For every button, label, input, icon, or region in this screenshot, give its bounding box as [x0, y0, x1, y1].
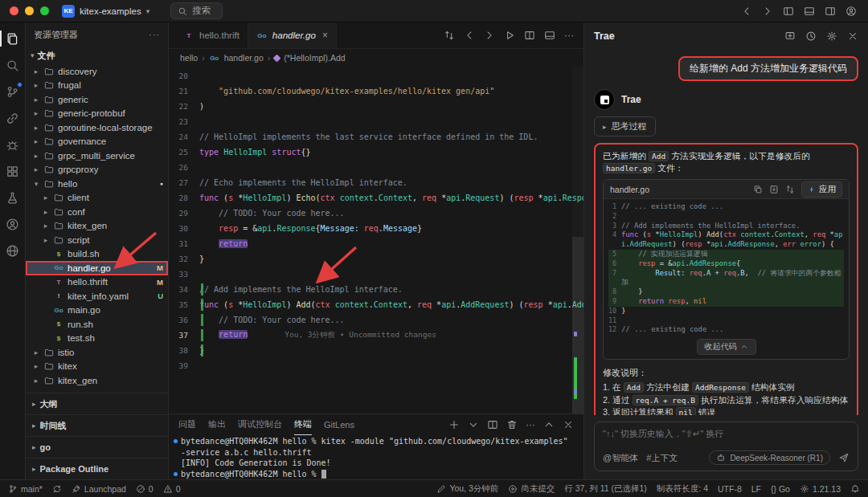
collapse-code-button[interactable]: 收起代码	[697, 339, 756, 355]
section-Package Outline[interactable]: ▸Package Outline	[26, 458, 168, 479]
zoom-window-button[interactable]	[40, 6, 49, 15]
code-editor[interactable]: 2021 "github.com/cloudwego/kitex-example…	[169, 67, 583, 413]
minimize-window-button[interactable]	[25, 6, 34, 15]
status-eol[interactable]: LF	[751, 484, 761, 494]
model-selector[interactable]: DeepSeek-Reasoner (R1)	[709, 450, 830, 465]
tree-item-hello[interactable]: ▾hello●	[26, 177, 168, 191]
history-back-icon[interactable]	[741, 6, 752, 17]
status-encoding[interactable]: UTF-8	[718, 484, 742, 494]
split-editor-icon[interactable]	[524, 30, 535, 41]
settings-icon[interactable]	[826, 31, 837, 42]
more-actions-icon[interactable]: ···	[564, 30, 574, 41]
more-actions-icon[interactable]: ···	[149, 30, 160, 39]
insert-icon[interactable]	[769, 185, 779, 194]
terminal[interactable]: bytedance@HTQ0HK462M hello % kitex -modu…	[169, 435, 583, 479]
split-terminal-icon[interactable]	[487, 419, 498, 430]
tree-item-main.go[interactable]: Gomain.go	[26, 303, 168, 318]
panel-tab-问题[interactable]: 问题	[178, 414, 196, 435]
status-language[interactable]: {} Go	[771, 484, 790, 494]
open-changes-icon[interactable]	[444, 30, 455, 41]
status-warnings[interactable]: 0	[163, 484, 181, 494]
terminal-picker-icon[interactable]	[468, 419, 479, 430]
tree-item-kitex_gen[interactable]: ▸kitex_gen	[26, 219, 168, 234]
more-icon[interactable]: ···	[526, 419, 535, 430]
section-大纲[interactable]: ▸大纲	[26, 393, 168, 414]
send-icon[interactable]	[838, 452, 850, 463]
status-notifications[interactable]	[850, 484, 860, 494]
activity-remote[interactable]	[3, 241, 23, 260]
status-indent[interactable]: 制表符长度: 4	[657, 483, 708, 495]
activity-testing[interactable]	[3, 188, 23, 207]
toggle-sidebar-icon[interactable]	[783, 6, 794, 17]
status-cursor-position[interactable]: 行 37, 列 11 (已选择1)	[564, 483, 647, 495]
activity-search[interactable]	[3, 55, 23, 75]
panel-tab-输出[interactable]: 输出	[208, 414, 226, 435]
panel-tab-调试控制台[interactable]: 调试控制台	[238, 414, 282, 435]
tree-item-build.sh[interactable]: $build.sh	[26, 247, 168, 262]
breadcrumb-item[interactable]: (*HelloImpl).Add	[284, 53, 345, 63]
breadcrumb-item[interactable]: handler.go	[224, 53, 264, 63]
activity-extensions[interactable]	[3, 161, 23, 181]
new-terminal-icon[interactable]	[448, 419, 460, 430]
tree-item-grpc_multi_service[interactable]: ▸grpc_multi_service	[26, 149, 168, 163]
tree-item-kitex_gen[interactable]: ▸kitex_gen	[26, 373, 168, 388]
tree-item-goroutine-local-storage[interactable]: ▸goroutine-local-storage	[26, 120, 168, 135]
activity-run-debug[interactable]	[3, 135, 23, 154]
tree-item-script[interactable]: ▸script	[26, 233, 168, 247]
tab-handler.go[interactable]: Gohandler.go×	[248, 22, 337, 48]
section-files[interactable]: ▾ 文件	[26, 47, 168, 64]
maximize-panel-icon[interactable]	[543, 419, 555, 430]
history-icon[interactable]	[805, 31, 817, 42]
agent-chip[interactable]: @智能体	[603, 452, 638, 464]
account-icon[interactable]	[845, 6, 857, 17]
new-chat-icon[interactable]	[784, 31, 796, 42]
panel-tab-终端[interactable]: 终端	[294, 414, 312, 435]
global-search[interactable]: 搜索	[170, 2, 223, 19]
panel-tab-GitLens[interactable]: GitLens	[324, 414, 354, 435]
tab-hello.thrift[interactable]: Thello.thrift	[175, 22, 248, 48]
tree-item-kitex[interactable]: ▸kitex	[26, 360, 168, 374]
tree-item-generic-protobuf[interactable]: ▸generic-protobuf	[26, 107, 168, 121]
tree-item-hello.thrift[interactable]: Thello.thriftM	[26, 275, 168, 290]
status-go-version[interactable]: 1.21.13	[800, 484, 841, 494]
open-diff-icon[interactable]	[785, 185, 795, 194]
status-commit-status[interactable]: 尚未提交	[508, 483, 555, 495]
tree-item-handler.go[interactable]: Gohandler.goM	[26, 261, 168, 275]
tree-item-test.sh[interactable]: $test.sh	[26, 332, 168, 346]
activity-account[interactable]	[3, 214, 23, 234]
chat-input[interactable]: "↑↓" 切换历史输入，"⇧↵" 换行 @智能体 #上下文 DeepSeek-R…	[594, 422, 858, 471]
breadcrumb-item[interactable]: hello	[180, 53, 198, 63]
thinking-toggle[interactable]: ▸ 思考过程	[594, 116, 656, 136]
status-branch[interactable]: main*	[8, 484, 43, 494]
tree-item-client[interactable]: ▸client	[26, 191, 168, 206]
kill-terminal-icon[interactable]	[506, 419, 518, 430]
back-icon[interactable]	[464, 30, 475, 41]
forward-icon[interactable]	[484, 30, 495, 41]
run-icon[interactable]	[504, 30, 515, 41]
tree-item-grpcproxy[interactable]: ▸grpcproxy	[26, 163, 168, 177]
tree-item-generic[interactable]: ▸generic	[26, 92, 168, 107]
close-panel-icon[interactable]	[847, 31, 858, 42]
status-launchpad[interactable]: Launchpad	[72, 484, 126, 494]
apply-button[interactable]: 应用	[801, 181, 842, 198]
status-errors[interactable]: 0	[136, 484, 154, 494]
tree-item-discovery[interactable]: ▸discovery	[26, 64, 168, 79]
close-panel-icon[interactable]	[563, 419, 574, 430]
copy-icon[interactable]	[753, 185, 763, 194]
editor-scrollbar[interactable]	[572, 67, 583, 413]
close-window-button[interactable]	[10, 6, 18, 15]
customize-layout-icon[interactable]	[544, 30, 555, 41]
activity-references[interactable]	[3, 108, 23, 128]
close-tab-icon[interactable]: ×	[322, 30, 328, 41]
toggle-panel-icon[interactable]	[804, 6, 815, 17]
tree-item-kitex_info.yaml[interactable]: !kitex_info.yamlU	[26, 289, 168, 303]
history-forward-icon[interactable]	[762, 6, 773, 17]
tree-item-governance[interactable]: ▸governance	[26, 135, 168, 149]
project-switcher[interactable]: KE kitex-examples ▾	[62, 5, 149, 18]
context-chip[interactable]: #上下文	[646, 452, 678, 464]
tree-item-istio[interactable]: ▸istio	[26, 345, 168, 360]
tree-item-run.sh[interactable]: $run.sh	[26, 317, 168, 332]
status-sync[interactable]	[52, 484, 62, 494]
section-go[interactable]: ▸go	[26, 436, 168, 458]
toggle-secondary-sidebar-icon[interactable]	[825, 6, 836, 17]
